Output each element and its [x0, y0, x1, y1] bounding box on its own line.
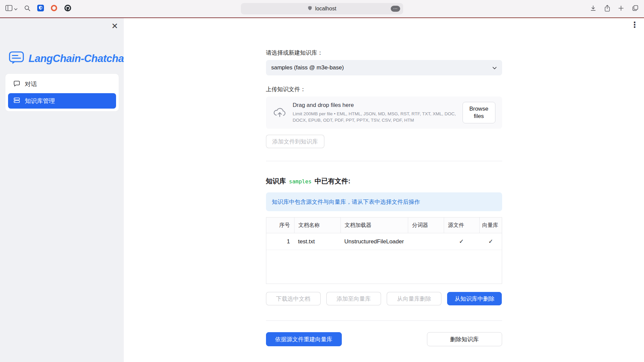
toolbar-left-group: [5, 4, 71, 13]
share-icon: [604, 5, 610, 13]
main-content: ⋮ 请选择或新建知识库： samples (faiss @ m3e-base) …: [124, 18, 644, 362]
download-icon: [590, 5, 596, 13]
url-text: localhost: [315, 6, 336, 12]
orange-ring-icon: [51, 5, 57, 13]
add-to-vector-store-button[interactable]: 添加至向量库: [326, 292, 381, 305]
delete-kb-button[interactable]: 删除知识库: [427, 332, 502, 346]
upload-label: 上传知识文件：: [266, 85, 502, 93]
cell-doc-name: test.txt: [294, 233, 340, 250]
streamlit-menu-button[interactable]: ⋮: [631, 21, 639, 29]
uploader-limit-text: Limit 200MB per file • EML, HTML, JSON, …: [293, 111, 457, 123]
existing-files-heading: 知识库 samples 中已有文件:: [266, 177, 502, 186]
shield-icon: [308, 6, 312, 12]
cell-splitter: [408, 233, 444, 250]
extension-bitwarden-button[interactable]: [37, 5, 44, 13]
extension-github-button[interactable]: [64, 4, 71, 13]
info-banner: 知识库中包含源文件与向量库，请从下表中选择文件后操作: [266, 192, 502, 211]
download-selected-button[interactable]: 下载选中文档: [266, 292, 321, 305]
new-tab-button[interactable]: [618, 5, 624, 12]
files-table[interactable]: 序号 文档名称 文档加载器 分词器 源文件 向量库 1 test.txt Uns…: [266, 217, 502, 284]
cell-source-file-check: ✓: [444, 233, 479, 250]
upload-section: 上传知识文件： Drag and drop files here Limit 2…: [266, 85, 502, 148]
divider: [266, 320, 502, 321]
rebuild-vector-store-button[interactable]: 依据源文件重建向量库: [266, 332, 342, 346]
uploader-title: Drag and drop files here: [293, 102, 457, 109]
stacked-list-icon: [13, 97, 20, 105]
extension-orange-button[interactable]: [51, 5, 57, 13]
logo-chat-bubble-icon: [9, 51, 24, 66]
tabs-icon: [632, 5, 639, 13]
cell-doc-loader: UnstructuredFileLoader: [340, 233, 408, 250]
chat-bubble-icon: [13, 80, 20, 88]
kb-select-value: samples (faiss @ m3e-base): [271, 64, 492, 71]
chevron-down-icon: [492, 64, 497, 71]
sidebar-toggle-button[interactable]: [5, 5, 17, 12]
table-header-cell[interactable]: 源文件: [444, 218, 479, 233]
sidebar: ✕ LangChain-Chatchat 对话: [0, 18, 124, 362]
address-bar[interactable]: localhost ⋯: [241, 3, 403, 14]
app-page: ✕ LangChain-Chatchat 对话: [0, 18, 644, 362]
divider: [266, 161, 502, 161]
sidebar-panel-icon: [5, 5, 12, 12]
file-action-buttons: 下载选中文档 添加至向量库 从向量库删除 从知识库中删除: [266, 292, 502, 305]
downloads-button[interactable]: [590, 5, 596, 13]
file-uploader-dropzone[interactable]: Drag and drop files here Limit 200MB per…: [266, 97, 502, 129]
search-button[interactable]: [24, 5, 31, 13]
kb-select-label: 请选择或新建知识库：: [266, 49, 502, 57]
sidebar-nav: 对话 知识库管理: [5, 74, 119, 111]
extensions-badge[interactable]: ⋯: [391, 6, 400, 12]
heading-prefix: 知识库: [266, 177, 286, 186]
table-header-row: 序号 文档名称 文档加载器 分词器 源文件 向量库: [266, 218, 502, 233]
info-text: 知识库中包含源文件与向量库，请从下表中选择文件后操作: [272, 198, 420, 206]
browser-toolbar: localhost ⋯: [0, 0, 644, 17]
table-header-cell[interactable]: 文档名称: [294, 218, 340, 233]
app-logo: LangChain-Chatchat: [9, 51, 127, 66]
sidebar-item-knowledge-base[interactable]: 知识库管理: [8, 93, 116, 109]
plus-icon: [618, 5, 624, 12]
share-button[interactable]: [604, 5, 610, 13]
browse-files-button[interactable]: Browse files: [463, 102, 495, 123]
kb-name-code: samples: [289, 178, 312, 185]
table-header-cell[interactable]: 向量库: [479, 218, 502, 233]
github-icon: [64, 4, 71, 13]
delete-from-vector-store-button[interactable]: 从向量库删除: [387, 292, 441, 305]
sidebar-item-label: 对话: [25, 80, 37, 88]
tab-overview-button[interactable]: [632, 5, 639, 13]
heading-suffix: 中已有文件:: [315, 177, 351, 186]
main-column: 请选择或新建知识库： samples (faiss @ m3e-base) 上传…: [266, 18, 502, 346]
sidebar-item-dialogue[interactable]: 对话: [8, 76, 116, 92]
table-header-cell[interactable]: 分词器: [408, 218, 444, 233]
cloud-upload-icon: [273, 107, 287, 119]
kb-select-dropdown[interactable]: samples (faiss @ m3e-base): [266, 60, 502, 75]
browser-window: localhost ⋯: [0, 0, 644, 362]
add-files-to-kb-button[interactable]: 添加文件到知识库: [266, 135, 324, 148]
table-header-cell[interactable]: 文档加载器: [340, 218, 408, 233]
uploader-texts: Drag and drop files here Limit 200MB per…: [293, 102, 457, 123]
sidebar-item-label: 知识库管理: [25, 97, 55, 105]
table-header-cell[interactable]: 序号: [266, 218, 294, 233]
delete-from-kb-button[interactable]: 从知识库中删除: [447, 292, 502, 305]
table-row[interactable]: 1 test.txt UnstructuredFileLoader ✓ ✓: [266, 233, 502, 250]
search-icon: [24, 5, 31, 13]
cell-vector-store-check: ✓: [479, 233, 502, 250]
sidebar-close-button[interactable]: ✕: [111, 22, 118, 30]
chevron-down-icon: [14, 6, 17, 12]
kb-level-actions: 依据源文件重建向量库 删除知识库: [266, 332, 502, 346]
logo-text: LangChain-Chatchat: [29, 53, 127, 65]
bitwarden-shield-icon: [37, 5, 44, 13]
cell-index: 1: [266, 233, 294, 250]
toolbar-right-group: [590, 5, 639, 13]
